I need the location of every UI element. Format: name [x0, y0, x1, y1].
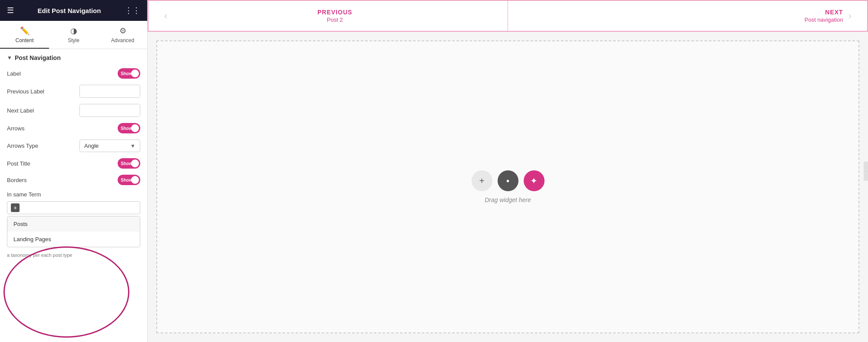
- previous-label-control-row: Previous Label Previous ☰: [7, 85, 140, 98]
- borders-control-label: Borders: [7, 177, 27, 183]
- tab-content-label: Content: [15, 37, 33, 43]
- tab-advanced-label: Advanced: [111, 37, 134, 43]
- tab-style[interactable]: ◑ Style: [49, 21, 98, 49]
- in-same-term-dropdown: Posts Landing Pages: [7, 216, 140, 247]
- in-same-term-section: In same Term + Posts Landing Pages a tax…: [7, 191, 140, 258]
- sidebar-tabs: ✏️ Content ◑ Style ⚙ Advanced: [0, 21, 147, 49]
- style-icon: ◑: [70, 26, 77, 36]
- in-same-term-search-box: +: [7, 201, 140, 214]
- previous-label-input-group: Previous ☰: [79, 85, 140, 98]
- post-title-control-label: Post Title: [7, 160, 30, 167]
- arrows-toggle-slider: [118, 123, 140, 133]
- drop-zone-label: Drag widget here: [485, 196, 531, 203]
- drop-zone-actions: + ▪ ✦: [472, 170, 545, 191]
- tab-content[interactable]: ✏️ Content: [0, 21, 49, 49]
- section-heading: ▼ Post Navigation: [7, 54, 140, 61]
- in-same-term-label: In same Term: [7, 191, 140, 198]
- gear-icon: ⚙: [119, 26, 126, 36]
- arrows-control-row: Arrows Show: [7, 123, 140, 133]
- pencil-icon: ✏️: [20, 26, 30, 36]
- previous-label-input[interactable]: Previous: [80, 86, 140, 97]
- next-arrow-icon: ›: [848, 10, 851, 22]
- borders-toggle[interactable]: Show: [118, 175, 140, 185]
- sidebar: ☰ Edit Post Navigation ⋮⋮ ✏️ Content ◑ S…: [0, 0, 148, 342]
- post-nav-next: NEXT Post navigation ›: [508, 1, 867, 31]
- arrows-type-select-wrapper[interactable]: AngleArrowChevron ▼: [79, 139, 140, 152]
- magic-widget-button[interactable]: ✦: [524, 170, 545, 191]
- section-arrow[interactable]: ▼: [7, 55, 12, 61]
- hamburger-icon[interactable]: ☰: [7, 6, 14, 15]
- sidebar-body: ▼ Post Navigation Label Show Previous La…: [0, 49, 147, 342]
- add-widget-button[interactable]: +: [472, 170, 492, 191]
- next-label-control-row: Next Label Next ☰: [7, 104, 140, 117]
- template-library-button[interactable]: ▪: [498, 170, 518, 191]
- plus-icon[interactable]: +: [11, 203, 20, 212]
- prev-label: PREVIOUS: [172, 9, 497, 16]
- next-title: Post navigation: [518, 17, 843, 23]
- post-title-control-row: Post Title Show: [7, 158, 140, 169]
- arrows-type-select[interactable]: AngleArrowChevron: [84, 143, 129, 149]
- borders-toggle-slider: [118, 175, 140, 185]
- section-title: Post Navigation: [15, 54, 61, 61]
- chevron-down-icon: ▼: [130, 143, 135, 149]
- post-nav-prev-content: PREVIOUS Post 2: [172, 9, 497, 23]
- drop-zone: + ▪ ✦ Drag widget here: [156, 40, 859, 333]
- prev-arrow-icon: ‹: [164, 10, 167, 22]
- post-nav-prev: ‹ PREVIOUS Post 2: [149, 1, 508, 31]
- dropdown-item-posts[interactable]: Posts: [7, 216, 140, 232]
- post-nav-widget: ‹ PREVIOUS Post 2 NEXT Post navigation ›: [148, 0, 868, 32]
- arrows-type-control-label: Arrows Type: [7, 143, 38, 149]
- previous-label-control-label: Previous Label: [7, 88, 44, 95]
- arrows-control-label: Arrows: [7, 125, 24, 132]
- borders-control-row: Borders Show: [7, 175, 140, 185]
- main-content: ‹ PREVIOUS Post 2 NEXT Post navigation ›…: [148, 0, 868, 342]
- tab-advanced[interactable]: ⚙ Advanced: [98, 21, 147, 49]
- label-toggle[interactable]: Show: [118, 68, 140, 79]
- label-toggle-slider: [118, 68, 140, 79]
- in-same-term-input[interactable]: [22, 205, 136, 211]
- collapse-handle[interactable]: ‹: [864, 162, 868, 181]
- tab-style-label: Style: [68, 37, 79, 43]
- prev-title: Post 2: [172, 17, 497, 23]
- dropdown-item-landing-pages[interactable]: Landing Pages: [7, 232, 140, 247]
- post-nav-next-content: NEXT Post navigation: [518, 9, 843, 23]
- next-label-control-label: Next Label: [7, 107, 34, 114]
- post-title-toggle[interactable]: Show: [118, 158, 140, 169]
- footer-note: a taxonomy per each post type: [7, 249, 140, 258]
- post-title-toggle-slider: [118, 158, 140, 169]
- arrows-type-control-row: Arrows Type AngleArrowChevron ▼: [7, 139, 140, 152]
- sidebar-title: Edit Post Navigation: [38, 7, 101, 14]
- sidebar-header: ☰ Edit Post Navigation ⋮⋮: [0, 0, 147, 21]
- label-control-label: Label: [7, 70, 21, 77]
- circle-annotation: [3, 246, 129, 338]
- arrows-toggle[interactable]: Show: [118, 123, 140, 133]
- grid-icon[interactable]: ⋮⋮: [125, 6, 140, 15]
- next-label: NEXT: [518, 9, 843, 16]
- label-control-row: Label Show: [7, 68, 140, 79]
- next-label-input[interactable]: Next: [80, 105, 140, 116]
- next-label-input-group: Next ☰: [79, 104, 140, 117]
